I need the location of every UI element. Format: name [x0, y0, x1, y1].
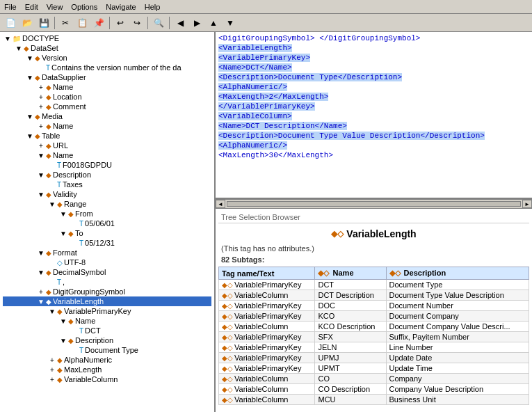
- tree-item-VPK[interactable]: ▼ ◆ VariablePrimaryKey: [3, 306, 211, 316]
- copy-button[interactable]: 📋: [74, 15, 90, 31]
- expand-Media[interactable]: ▼: [25, 113, 35, 120]
- table-row[interactable]: ◆◇VariablePrimaryKeySFXSuffix, Payitem N…: [219, 332, 529, 342]
- expand-Version[interactable]: ▼: [25, 54, 35, 62]
- table-row[interactable]: ◆◇VariablePrimaryKeyUPMJUpdate Date: [219, 353, 529, 363]
- expand-To[interactable]: ▼: [58, 230, 68, 237]
- tree-item-From[interactable]: ▼ ◆ From: [3, 209, 211, 219]
- expand-Table-Name[interactable]: ▼: [36, 152, 46, 159]
- table-row[interactable]: ◆◇VariableColumnDCT DescriptionDocument …: [219, 290, 529, 301]
- tree-item-To[interactable]: ▼ ◆ To: [3, 228, 211, 238]
- tree-item-DecimalSymbol[interactable]: ▼ ◆ DecimalSymbol: [3, 267, 211, 277]
- table-row[interactable]: ◆◇VariablePrimaryKeyUPMTUpdate Time: [219, 363, 529, 374]
- table-row[interactable]: ◆◇VariableColumnCOCompany: [219, 374, 529, 384]
- tree-item-Format[interactable]: ▼ ◆ Format: [3, 248, 211, 258]
- tree-item-DS-Comment[interactable]: + ◆ Comment: [3, 102, 211, 111]
- expand-VariableLength[interactable]: ▼: [36, 298, 46, 306]
- paste-button[interactable]: 📌: [91, 15, 106, 31]
- tree-item-DOCTYPE[interactable]: ▼ 📁 DOCTYPE: [3, 33, 211, 43]
- tree-item-UTF8[interactable]: ◇ UTF-8: [3, 258, 211, 267]
- table-row[interactable]: ◆◇VariablePrimaryKeyJELNLine Number: [219, 342, 529, 353]
- menu-file[interactable]: File: [0, 1, 21, 13]
- redo-button[interactable]: ↪: [129, 15, 145, 31]
- tree-item-VariableLength[interactable]: ▼ ◆ VariableLength: [3, 296, 211, 306]
- tree-item-Table-Name[interactable]: ▼ ◆ Name: [3, 150, 211, 160]
- expand-DecimalSymbol[interactable]: ▼: [36, 269, 46, 276]
- cell-tag: ◆◇VariableColumn: [219, 322, 315, 332]
- menu-navigate[interactable]: Navigate: [102, 1, 140, 13]
- tree-item-DS-Location[interactable]: + ◆ Location: [3, 92, 211, 102]
- expand-AlphaNumeric[interactable]: +: [47, 356, 57, 364]
- tree-item-DS-Name[interactable]: + ◆ Name: [3, 82, 211, 92]
- tree-item-Table-URL[interactable]: + ◆ URL: [3, 141, 211, 150]
- expand-From[interactable]: ▼: [58, 210, 68, 218]
- tree-item-Validity[interactable]: ▼ ◆ Validity: [3, 189, 211, 199]
- tree-item-F0018[interactable]: T F0018GDPDU: [3, 160, 211, 170]
- expand-Table[interactable]: ▼: [25, 132, 35, 140]
- tree-item-From-date[interactable]: T 05/06/01: [3, 219, 211, 228]
- menu-edit[interactable]: Edit: [21, 1, 42, 13]
- table-row[interactable]: ◆◇VariableColumnMCUBusiness Unit: [219, 395, 529, 405]
- find-button[interactable]: 🔍: [151, 15, 166, 31]
- cut-button[interactable]: ✂: [58, 15, 73, 31]
- nav-right[interactable]: ▶: [189, 15, 204, 31]
- table-row[interactable]: ◆◇VariableColumnCO DescriptionCompany Va…: [219, 384, 529, 395]
- tree-item-DocType[interactable]: T Document Type: [3, 345, 211, 355]
- expand-VPK-Name[interactable]: ▼: [58, 317, 68, 325]
- expand-VC[interactable]: +: [47, 376, 57, 383]
- table-row[interactable]: ◆◇VariablePrimaryKeyDOCDocument Number: [219, 301, 529, 311]
- tree-item-DataSupplier[interactable]: ▼ ◆ DataSupplier: [3, 72, 211, 82]
- expand-DigitGroupingSymbol[interactable]: +: [36, 288, 46, 296]
- nav-up[interactable]: ▲: [206, 15, 221, 31]
- expand-Media-Name[interactable]: +: [36, 122, 46, 130]
- tree-item-Version[interactable]: ▼ ◆ Version: [3, 53, 211, 63]
- save-button[interactable]: 💾: [36, 15, 51, 31]
- expand-Format[interactable]: ▼: [36, 249, 46, 257]
- tree-item-DigitGroupingSymbol[interactable]: + ◆ DigitGroupingSymbol: [3, 287, 211, 296]
- tree-item-VPK-Desc[interactable]: ▼ ◆ Description: [3, 335, 211, 345]
- menu-options[interactable]: Options: [67, 1, 102, 13]
- expand-DataSet[interactable]: ▼: [14, 45, 24, 52]
- tree-item-To-date[interactable]: T 05/12/31: [3, 238, 211, 248]
- scroll-left-btn[interactable]: ◄: [216, 200, 225, 208]
- tree-item-AlphaNumeric[interactable]: + ◆ AlphaNumeric: [3, 355, 211, 365]
- expand-Range[interactable]: ▼: [47, 200, 57, 208]
- expand-DS-Comment[interactable]: +: [36, 103, 46, 111]
- nav-left[interactable]: ◀: [172, 15, 188, 31]
- tree-item-MaxLength[interactable]: + ◆ MaxLength: [3, 365, 211, 374]
- tree-item-Table-Desc[interactable]: ▼ ◆ Description: [3, 170, 211, 180]
- expand-MaxLength[interactable]: +: [47, 366, 57, 374]
- subtags-count: 82 Subtags:: [218, 255, 529, 264]
- table-row[interactable]: ◆◇VariablePrimaryKeyDCTDocument Type: [219, 280, 529, 290]
- expand-DS-Name[interactable]: +: [36, 84, 46, 91]
- menu-help[interactable]: Help: [140, 1, 165, 13]
- tree-item-Media-Name[interactable]: + ◆ Name: [3, 121, 211, 131]
- undo-button[interactable]: ↩: [113, 15, 128, 31]
- tree-item-DCT[interactable]: T DCT: [3, 326, 211, 335]
- tree-item-Table[interactable]: ▼ ◆ Table: [3, 131, 211, 141]
- open-button[interactable]: 📂: [19, 15, 35, 31]
- tree-item-Version-text[interactable]: T Contains the version number of the da: [3, 63, 211, 72]
- tree-item-comma[interactable]: T ,: [3, 277, 211, 287]
- expand-VPK-Desc[interactable]: ▼: [58, 337, 68, 344]
- new-button[interactable]: 📄: [3, 15, 18, 31]
- xml-scrollbar[interactable]: ◄ ►: [216, 199, 532, 209]
- expand-VPK[interactable]: ▼: [47, 308, 57, 315]
- table-row[interactable]: ◆◇VariableColumnKCO DescriptionDocument …: [219, 322, 529, 332]
- table-row[interactable]: ◆◇VariablePrimaryKeyKCODocument Company: [219, 311, 529, 322]
- expand-DataSupplier[interactable]: ▼: [25, 74, 35, 81]
- tree-item-DataSet[interactable]: ▼ ◆ DataSet: [3, 43, 211, 53]
- tree-item-VPK-Name[interactable]: ▼ ◆ Name: [3, 316, 211, 326]
- tree-item-VC[interactable]: + ◆ VariableColumn: [3, 374, 211, 384]
- expand-Table-Desc[interactable]: ▼: [36, 171, 46, 179]
- nav-down[interactable]: ▼: [223, 15, 238, 31]
- tree-item-Taxes[interactable]: T Taxes: [3, 180, 211, 189]
- menu-view[interactable]: View: [42, 1, 67, 13]
- tree-item-Media[interactable]: ▼ ◆ Media: [3, 111, 211, 121]
- expand-Table-URL[interactable]: +: [36, 142, 46, 150]
- scroll-right-btn[interactable]: ►: [522, 200, 532, 208]
- xml-area[interactable]: <DigitGroupingSymbol> </DigitGroupingSym…: [216, 32, 532, 199]
- tree-item-Range[interactable]: ▼ ◆ Range: [3, 199, 211, 209]
- expand-DS-Location[interactable]: +: [36, 93, 46, 101]
- expand-DOCTYPE[interactable]: ▼: [3, 35, 13, 42]
- expand-Validity[interactable]: ▼: [36, 191, 46, 198]
